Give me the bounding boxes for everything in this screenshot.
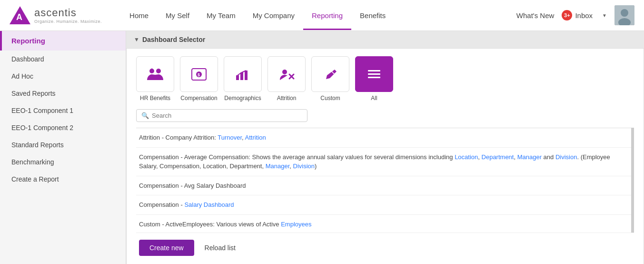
report-list: Attrition - Company Attrition: Turnover,… <box>136 128 631 233</box>
sidebar-item-eeo2[interactable]: EEO-1 Component 2 <box>0 119 126 136</box>
report-link-div[interactable]: Division <box>555 153 577 161</box>
report-item-avg-compensation[interactable]: Compensation - Average Compensation: Sho… <box>136 148 631 176</box>
report-item-active-employees[interactable]: Custom - ActiveEmployees: Various views … <box>136 215 631 233</box>
report-text-avgsalary: Compensation - Avg Salary Dashboard <box>139 182 246 189</box>
search-input[interactable] <box>152 112 302 119</box>
demographics-icon-box <box>224 56 262 92</box>
svg-point-4 <box>156 69 161 73</box>
inbox-label: Inbox <box>575 11 593 20</box>
dropdown-arrow-icon[interactable]: ▼ <box>602 13 607 18</box>
report-item-avg-salary[interactable]: Compensation - Avg Salary Dashboard <box>136 176 631 196</box>
nav-benefits[interactable]: Benefits <box>351 1 394 30</box>
svg-text:$: $ <box>198 72 200 77</box>
r-sep1: , <box>478 153 481 161</box>
sidebar-item-adhoc[interactable]: Ad Hoc <box>0 68 126 85</box>
svg-rect-8 <box>236 75 239 80</box>
svg-point-1 <box>621 9 628 17</box>
main-nav: Home My Self My Team My Company Reportin… <box>121 1 516 30</box>
report-item-attrition[interactable]: Attrition - Company Attrition: Turnover,… <box>136 128 631 148</box>
all-label: All <box>371 95 377 102</box>
report-link-dept[interactable]: Department <box>482 153 514 161</box>
search-wrap: 🔍 <box>136 109 307 122</box>
collapse-icon[interactable]: ▼ <box>134 36 139 43</box>
inbox-badge: 3+ <box>562 10 572 20</box>
dashboard-selector-header: ▼ Dashboard Selector <box>126 31 644 48</box>
report-link-employees[interactable]: Employees <box>281 221 311 228</box>
avatar[interactable] <box>614 5 634 25</box>
dash-icon-custom[interactable]: Custom <box>311 56 349 102</box>
main-content: ▼ Dashboard Selector HR Benefit <box>126 31 644 264</box>
svg-point-11 <box>282 70 287 74</box>
report-link-turnover[interactable]: Turnover <box>218 134 242 141</box>
layout: Reporting Dashboard Ad Hoc Saved Reports… <box>0 31 644 264</box>
report-link-saldash[interactable]: Salary Dashboard <box>184 201 234 208</box>
all-icon-box <box>355 56 393 92</box>
report-text-comp: Compensation - Average Compensation: Sho… <box>139 153 455 161</box>
bottom-actions: Create new Reload list <box>136 233 634 263</box>
logo-triangle-icon <box>10 6 30 24</box>
nav-myself[interactable]: My Self <box>157 1 198 30</box>
report-item-salary-dashboard[interactable]: Compensation - Salary Dashboard <box>136 195 631 215</box>
search-icon: 🔍 <box>141 112 149 119</box>
report-text: Attrition - Company Attrition: <box>139 134 218 141</box>
sidebar-item-eeo1[interactable]: EEO-1 Component 1 <box>0 102 126 119</box>
svg-rect-17 <box>368 77 380 78</box>
hr-benefits-label: HR Benefits <box>140 95 170 102</box>
svg-rect-15 <box>368 70 380 71</box>
r-sep2: , <box>514 153 517 161</box>
r-sep3: and <box>542 153 555 161</box>
custom-label: Custom <box>320 95 340 102</box>
dash-icon-hr-benefits[interactable]: HR Benefits <box>136 56 174 102</box>
report-text-sal1: Compensation - <box>139 201 184 208</box>
logo-text: ascentis Organize. Humanize. Maximize. <box>34 7 102 24</box>
dashboard-selector-title: Dashboard Selector <box>142 36 205 43</box>
report-scroll[interactable]: Attrition - Company Attrition: Turnover,… <box>136 128 634 233</box>
sidebar-item-standard-reports[interactable]: Standard Reports <box>0 136 126 153</box>
compensation-icon-box: $ <box>180 56 218 92</box>
avatar-image <box>614 5 634 25</box>
whats-new-link[interactable]: What's New <box>516 11 555 20</box>
nav-myteam[interactable]: My Team <box>198 1 244 30</box>
report-link-attrition[interactable]: Attrition <box>245 134 266 141</box>
logo: ascentis Organize. Humanize. Maximize. <box>10 6 102 24</box>
nav-mycompany[interactable]: My Company <box>244 1 303 30</box>
report-text-active: Custom - ActiveEmployees: Various views … <box>139 221 281 228</box>
sidebar-item-saved-reports[interactable]: Saved Reports <box>0 85 126 102</box>
sidebar-item-benchmarking[interactable]: Benchmarking <box>0 153 126 171</box>
dash-icon-attrition[interactable]: Attrition <box>268 56 306 102</box>
dash-icon-compensation[interactable]: $ Compensation <box>180 56 218 102</box>
report-link-location[interactable]: Location <box>455 153 478 161</box>
custom-icon-box <box>311 56 349 92</box>
demographics-label: Demographics <box>224 95 261 102</box>
top-bar: ascentis Organize. Humanize. Maximize. H… <box>0 0 644 31</box>
attrition-icon-box <box>268 56 306 92</box>
attrition-label: Attrition <box>277 95 297 102</box>
report-link-div2[interactable]: Division <box>293 162 315 170</box>
hr-benefits-icon-box <box>136 56 174 92</box>
report-link-mgr2[interactable]: Manager <box>266 162 290 170</box>
sidebar-item-dashboard[interactable]: Dashboard <box>0 51 126 68</box>
dash-icon-all[interactable]: All <box>355 56 393 102</box>
sidebar-title: Reporting <box>0 31 126 51</box>
svg-rect-10 <box>245 71 248 80</box>
compensation-label: Compensation <box>180 95 217 102</box>
r-suffix3: ) <box>315 162 317 170</box>
inbox-wrap[interactable]: 3+ Inbox <box>562 10 593 20</box>
logo-tagline: Organize. Humanize. Maximize. <box>34 19 102 24</box>
sidebar-item-create-report[interactable]: Create a Report <box>0 171 126 188</box>
top-right: What's New 3+ Inbox ▼ <box>516 5 634 25</box>
nav-home[interactable]: Home <box>121 1 157 30</box>
dashboard-content: HR Benefits $ Compensation <box>126 48 644 264</box>
create-new-button[interactable]: Create new <box>139 240 194 256</box>
reload-list-button[interactable]: Reload list <box>200 240 240 256</box>
dashboard-icons: HR Benefits $ Compensation <box>136 56 634 102</box>
nav-reporting[interactable]: Reporting <box>303 1 351 30</box>
r-suffix2: , <box>289 162 293 170</box>
sidebar: Reporting Dashboard Ad Hoc Saved Reports… <box>0 31 126 264</box>
logo-name: ascentis <box>34 7 102 19</box>
dash-icon-demographics[interactable]: Demographics <box>224 56 262 102</box>
svg-rect-16 <box>368 73 380 75</box>
report-link-mgr[interactable]: Manager <box>517 153 542 161</box>
